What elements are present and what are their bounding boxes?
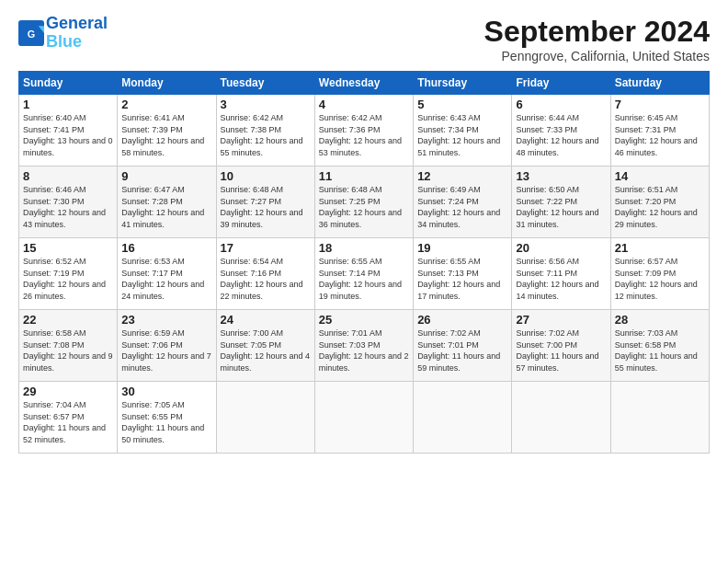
calendar-cell: 5Sunrise: 6:43 AMSunset: 7:34 PMDaylight… [414, 95, 512, 167]
cell-info: Sunrise: 7:00 AMSunset: 7:05 PMDaylight:… [221, 327, 311, 373]
day-number: 28 [615, 313, 705, 327]
cell-info: Sunrise: 6:47 AMSunset: 7:28 PMDaylight:… [121, 184, 211, 230]
cell-info: Sunrise: 6:42 AMSunset: 7:38 PMDaylight:… [221, 112, 311, 158]
week-row-4: 22Sunrise: 6:58 AMSunset: 7:08 PMDayligh… [19, 310, 710, 382]
cell-info: Sunrise: 6:43 AMSunset: 7:34 PMDaylight:… [417, 112, 507, 158]
calendar-cell: 28Sunrise: 7:03 AMSunset: 6:58 PMDayligh… [610, 310, 709, 382]
calendar-cell: 1Sunrise: 6:40 AMSunset: 7:41 PMDaylight… [19, 95, 118, 167]
cell-info: Sunrise: 6:48 AMSunset: 7:27 PMDaylight:… [221, 184, 311, 230]
calendar-cell: 25Sunrise: 7:01 AMSunset: 7:03 PMDayligh… [314, 310, 413, 382]
cell-info: Sunrise: 6:56 AMSunset: 7:11 PMDaylight:… [516, 256, 606, 302]
cell-info: Sunrise: 6:44 AMSunset: 7:33 PMDaylight:… [516, 112, 606, 158]
day-number: 9 [121, 169, 211, 183]
logo: G GeneralBlue [18, 15, 108, 52]
calendar-cell: 14Sunrise: 6:51 AMSunset: 7:20 PMDayligh… [610, 167, 709, 238]
cell-info: Sunrise: 7:04 AMSunset: 6:57 PMDaylight:… [23, 399, 113, 445]
cell-info: Sunrise: 6:41 AMSunset: 7:39 PMDaylight:… [121, 112, 211, 158]
calendar-cell: 22Sunrise: 6:58 AMSunset: 7:08 PMDayligh… [19, 310, 118, 382]
week-row-3: 15Sunrise: 6:52 AMSunset: 7:19 PMDayligh… [19, 238, 710, 310]
cell-info: Sunrise: 7:03 AMSunset: 6:58 PMDaylight:… [615, 327, 705, 373]
calendar-cell: 13Sunrise: 6:50 AMSunset: 7:22 PMDayligh… [512, 167, 610, 238]
calendar-cell: 23Sunrise: 6:59 AMSunset: 7:06 PMDayligh… [118, 310, 216, 382]
day-number: 1 [23, 98, 113, 111]
calendar-table: Sunday Monday Tuesday Wednesday Thursday… [18, 71, 710, 454]
calendar-cell [314, 382, 413, 454]
calendar-cell: 4Sunrise: 6:42 AMSunset: 7:36 PMDaylight… [314, 95, 413, 167]
calendar-cell: 26Sunrise: 7:02 AMSunset: 7:01 PMDayligh… [414, 310, 512, 382]
day-number: 21 [615, 241, 705, 255]
calendar-cell: 16Sunrise: 6:53 AMSunset: 7:17 PMDayligh… [118, 238, 216, 310]
cell-info: Sunrise: 6:59 AMSunset: 7:06 PMDaylight:… [121, 327, 211, 373]
calendar-cell: 19Sunrise: 6:55 AMSunset: 7:13 PMDayligh… [414, 238, 512, 310]
day-number: 12 [417, 169, 507, 183]
day-number: 24 [221, 313, 311, 327]
calendar-cell: 15Sunrise: 6:52 AMSunset: 7:19 PMDayligh… [19, 238, 118, 310]
calendar-cell [512, 382, 610, 454]
calendar-cell: 21Sunrise: 6:57 AMSunset: 7:09 PMDayligh… [610, 238, 709, 310]
day-number: 20 [516, 241, 606, 255]
calendar-cell: 8Sunrise: 6:46 AMSunset: 7:30 PMDaylight… [19, 167, 118, 238]
page-title: September 2024 [484, 15, 710, 49]
calendar-cell: 3Sunrise: 6:42 AMSunset: 7:38 PMDaylight… [216, 95, 314, 167]
cell-info: Sunrise: 7:02 AMSunset: 7:00 PMDaylight:… [516, 327, 606, 373]
day-number: 16 [121, 241, 211, 255]
day-number: 3 [221, 98, 311, 111]
calendar-cell: 12Sunrise: 6:49 AMSunset: 7:24 PMDayligh… [414, 167, 512, 238]
day-number: 2 [121, 98, 211, 111]
week-row-2: 8Sunrise: 6:46 AMSunset: 7:30 PMDaylight… [19, 167, 710, 238]
calendar-cell: 9Sunrise: 6:47 AMSunset: 7:28 PMDaylight… [118, 167, 216, 238]
day-number: 25 [319, 313, 409, 327]
calendar-cell: 10Sunrise: 6:48 AMSunset: 7:27 PMDayligh… [216, 167, 314, 238]
day-number: 11 [319, 169, 409, 183]
cell-info: Sunrise: 7:05 AMSunset: 6:55 PMDaylight:… [121, 399, 211, 445]
day-number: 6 [516, 98, 606, 111]
cell-info: Sunrise: 6:51 AMSunset: 7:20 PMDaylight:… [615, 184, 705, 230]
cell-info: Sunrise: 6:55 AMSunset: 7:13 PMDaylight:… [417, 256, 507, 302]
cell-info: Sunrise: 6:57 AMSunset: 7:09 PMDaylight:… [615, 256, 705, 302]
cell-info: Sunrise: 7:02 AMSunset: 7:01 PMDaylight:… [417, 327, 507, 373]
calendar-cell: 24Sunrise: 7:00 AMSunset: 7:05 PMDayligh… [216, 310, 314, 382]
day-number: 5 [417, 98, 507, 111]
col-thursday: Thursday [414, 72, 512, 95]
page-subtitle: Penngrove, California, United States [484, 49, 710, 63]
cell-info: Sunrise: 6:45 AMSunset: 7:31 PMDaylight:… [615, 112, 705, 158]
calendar-header-row: Sunday Monday Tuesday Wednesday Thursday… [19, 72, 710, 95]
day-number: 18 [319, 241, 409, 255]
calendar-cell: 18Sunrise: 6:55 AMSunset: 7:14 PMDayligh… [314, 238, 413, 310]
day-number: 17 [221, 241, 311, 255]
col-sunday: Sunday [19, 72, 118, 95]
day-number: 8 [23, 169, 113, 183]
cell-info: Sunrise: 6:49 AMSunset: 7:24 PMDaylight:… [417, 184, 507, 230]
svg-text:G: G [28, 28, 35, 39]
cell-info: Sunrise: 7:01 AMSunset: 7:03 PMDaylight:… [319, 327, 409, 373]
cell-info: Sunrise: 6:46 AMSunset: 7:30 PMDaylight:… [23, 184, 113, 230]
day-number: 30 [121, 385, 211, 398]
col-friday: Friday [512, 72, 610, 95]
cell-info: Sunrise: 6:42 AMSunset: 7:36 PMDaylight:… [319, 112, 409, 158]
calendar-cell: 17Sunrise: 6:54 AMSunset: 7:16 PMDayligh… [216, 238, 314, 310]
day-number: 7 [615, 98, 705, 111]
cell-info: Sunrise: 6:53 AMSunset: 7:17 PMDaylight:… [121, 256, 211, 302]
day-number: 4 [319, 98, 409, 111]
col-saturday: Saturday [610, 72, 709, 95]
calendar-cell: 30Sunrise: 7:05 AMSunset: 6:55 PMDayligh… [118, 382, 216, 454]
day-number: 19 [417, 241, 507, 255]
calendar-cell: 29Sunrise: 7:04 AMSunset: 6:57 PMDayligh… [19, 382, 118, 454]
calendar-cell: 27Sunrise: 7:02 AMSunset: 7:00 PMDayligh… [512, 310, 610, 382]
day-number: 10 [221, 169, 311, 183]
calendar-cell: 11Sunrise: 6:48 AMSunset: 7:25 PMDayligh… [314, 167, 413, 238]
day-number: 13 [516, 169, 606, 183]
cell-info: Sunrise: 6:54 AMSunset: 7:16 PMDaylight:… [221, 256, 311, 302]
calendar-cell [610, 382, 709, 454]
col-monday: Monday [118, 72, 216, 95]
day-number: 27 [516, 313, 606, 327]
day-number: 29 [23, 385, 113, 398]
calendar-cell: 2Sunrise: 6:41 AMSunset: 7:39 PMDaylight… [118, 95, 216, 167]
logo-name: GeneralBlue [46, 15, 108, 52]
cell-info: Sunrise: 6:48 AMSunset: 7:25 PMDaylight:… [319, 184, 409, 230]
cell-info: Sunrise: 6:52 AMSunset: 7:19 PMDaylight:… [23, 256, 113, 302]
day-number: 22 [23, 313, 113, 327]
calendar-cell: 7Sunrise: 6:45 AMSunset: 7:31 PMDaylight… [610, 95, 709, 167]
week-row-1: 1Sunrise: 6:40 AMSunset: 7:41 PMDaylight… [19, 95, 710, 167]
col-tuesday: Tuesday [216, 72, 314, 95]
